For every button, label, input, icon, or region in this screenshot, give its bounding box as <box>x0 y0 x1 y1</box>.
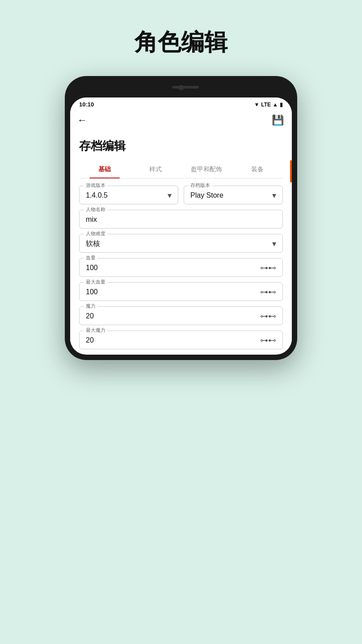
phone-mockup: 10:10 ▼ LTE ▲ ▮ ← 💾 存档编辑 基础 样式 盔甲和配饰 装备 <box>65 76 297 360</box>
save-version-arrow-icon: ▾ <box>272 191 276 200</box>
character-difficulty-field[interactable]: 人物难度 软核 ▾ <box>79 234 283 253</box>
max-hp-label: 最大血量 <box>84 279 107 285</box>
character-difficulty-arrow-icon: ▾ <box>272 239 276 249</box>
max-hp-field[interactable]: 最大血量 100 ⊶⊷ <box>79 282 283 301</box>
tab-bar: 基础 样式 盔甲和配饰 装备 <box>79 161 283 178</box>
scroll-indicator <box>290 97 292 355</box>
max-mana-slider-icon[interactable]: ⊶⊷ <box>260 335 276 345</box>
game-version-value: 1.4.0.5 ▾ <box>86 191 172 200</box>
mana-label: 魔力 <box>84 303 97 309</box>
status-time: 10:10 <box>79 101 94 108</box>
character-difficulty-value: 软核 ▾ <box>86 239 276 249</box>
hp-slider-icon[interactable]: ⊶⊷ <box>260 263 276 273</box>
character-name-value: mix <box>86 215 276 225</box>
signal-icon: ▲ <box>273 102 278 108</box>
hp-row: 100 ⊶⊷ <box>86 263 276 273</box>
main-content: 存档编辑 基础 样式 盔甲和配饰 装备 游戏版本 1.4.0.5 ▾ 存档版 <box>70 131 292 349</box>
back-button[interactable]: ← <box>77 114 87 126</box>
max-mana-value: 20 <box>86 335 94 345</box>
lte-icon: LTE <box>261 102 271 108</box>
max-mana-label: 最大魔力 <box>84 327 107 334</box>
mana-field[interactable]: 魔力 20 ⊶⊷ <box>79 306 283 325</box>
game-version-label: 游戏版本 <box>84 182 107 189</box>
game-version-text: 1.4.0.5 <box>86 191 108 199</box>
max-hp-slider-icon[interactable]: ⊶⊷ <box>260 287 276 297</box>
save-version-label: 存档版本 <box>189 182 212 189</box>
mana-value: 20 <box>86 311 94 321</box>
mana-row: 20 ⊶⊷ <box>86 311 276 321</box>
tab-style[interactable]: 样式 <box>130 161 181 178</box>
max-hp-row: 100 ⊶⊷ <box>86 287 276 297</box>
save-version-value: Play Store ▾ <box>190 191 276 200</box>
hp-value: 100 <box>86 263 98 273</box>
status-icons: ▼ LTE ▲ ▮ <box>254 102 283 108</box>
tab-equip[interactable]: 装备 <box>232 161 283 178</box>
mana-slider-icon[interactable]: ⊶⊷ <box>260 311 276 321</box>
max-hp-value: 100 <box>86 287 98 297</box>
game-version-field[interactable]: 游戏版本 1.4.0.5 ▾ <box>79 186 178 204</box>
wifi-icon: ▼ <box>254 102 259 108</box>
game-version-arrow-icon: ▾ <box>168 191 172 200</box>
app-bar: ← 💾 <box>70 110 292 131</box>
max-mana-field[interactable]: 最大魔力 20 ⊶⊷ <box>79 330 283 349</box>
speaker-notch <box>172 86 199 89</box>
character-difficulty-text: 软核 <box>86 239 100 249</box>
page-title: 角色编辑 <box>135 27 227 58</box>
save-button[interactable]: 💾 <box>270 113 285 127</box>
status-bar: 10:10 ▼ LTE ▲ ▮ <box>70 97 292 110</box>
save-version-text: Play Store <box>190 191 223 199</box>
character-difficulty-label: 人物难度 <box>84 230 107 237</box>
phone-top <box>70 81 292 97</box>
version-row: 游戏版本 1.4.0.5 ▾ 存档版本 Play Store ▾ <box>79 186 283 204</box>
max-mana-row: 20 ⊶⊷ <box>86 335 276 345</box>
tab-basic[interactable]: 基础 <box>79 161 130 178</box>
battery-icon: ▮ <box>280 102 283 108</box>
hp-field[interactable]: 血量 100 ⊶⊷ <box>79 258 283 277</box>
phone-screen: 10:10 ▼ LTE ▲ ▮ ← 💾 存档编辑 基础 样式 盔甲和配饰 装备 <box>70 97 292 355</box>
tab-armor[interactable]: 盔甲和配饰 <box>181 161 232 178</box>
scroll-thumb <box>290 160 292 182</box>
character-name-field[interactable]: 人物名称 mix <box>79 210 283 229</box>
hp-label: 血量 <box>84 254 97 261</box>
character-name-label: 人物名称 <box>84 206 107 213</box>
section-title: 存档编辑 <box>79 138 283 154</box>
save-version-field[interactable]: 存档版本 Play Store ▾ <box>184 186 283 204</box>
